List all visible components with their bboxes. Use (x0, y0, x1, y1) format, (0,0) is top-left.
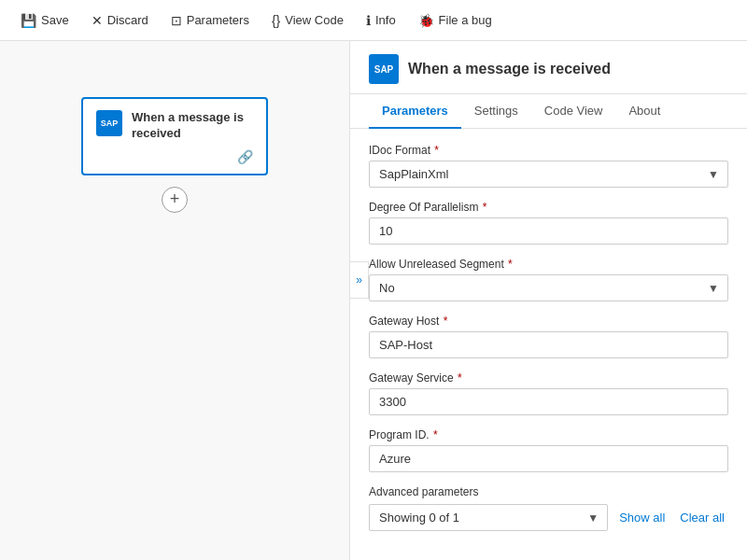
collapse-panel-button[interactable]: » (350, 261, 369, 299)
canvas: SAP When a message is received 🔗 + (0, 41, 350, 560)
tab-code-view[interactable]: Code View (531, 94, 616, 129)
save-icon: 💾 (21, 13, 36, 28)
program-id-input[interactable] (369, 445, 728, 472)
discard-button[interactable]: ✕ Discard (82, 8, 158, 33)
advanced-select-wrapper: Showing 0 of 1 ▼ (369, 504, 608, 531)
trigger-card-header: SAP When a message is received (96, 110, 253, 142)
degree-parallelism-input[interactable] (369, 217, 728, 245)
parameters-button[interactable]: ⊡ Parameters (162, 8, 259, 33)
view-code-button[interactable]: {} View Code (262, 8, 353, 33)
info-button[interactable]: ℹ Info (357, 8, 405, 33)
gateway-service-group: Gateway Service * (369, 371, 728, 415)
main-layout: SAP When a message is received 🔗 + » SAP… (0, 41, 747, 560)
gateway-service-input[interactable] (369, 388, 728, 415)
detail-panel: SAP When a message is received Parameter… (350, 41, 747, 560)
idoc-format-label: IDoc Format * (369, 144, 728, 157)
gateway-host-input[interactable] (369, 331, 728, 358)
allow-unreleased-group: Allow Unreleased Segment * No Yes ▼ (369, 258, 728, 301)
gateway-host-label: Gateway Host * (369, 315, 728, 328)
trigger-card-footer: 🔗 (96, 149, 253, 164)
advanced-parameters-label: Advanced parameters (369, 485, 728, 498)
save-label: Save (41, 13, 69, 27)
panel-tabs: Parameters Settings Code View About (350, 94, 747, 129)
show-all-button[interactable]: Show all (615, 511, 669, 525)
program-id-group: Program ID. * (369, 428, 728, 472)
parameters-icon: ⊡ (171, 13, 182, 28)
discard-label: Discard (107, 13, 148, 27)
tab-parameters[interactable]: Parameters (369, 94, 461, 129)
allow-unreleased-select[interactable]: No Yes (369, 274, 728, 301)
parameters-label: Parameters (187, 13, 249, 27)
info-icon: ℹ (366, 13, 371, 28)
link-icon: 🔗 (237, 149, 253, 164)
panel-title: When a message is received (408, 61, 611, 77)
advanced-parameters-row: Showing 0 of 1 ▼ Show all Clear all (369, 504, 728, 531)
discard-icon: ✕ (92, 13, 103, 28)
panel-sap-logo: SAP (369, 54, 399, 84)
file-bug-label: File a bug (439, 13, 492, 27)
idoc-format-select-wrapper: SapPlainXml SapXml Native ▼ (369, 161, 728, 188)
panel-content: IDoc Format * SapPlainXml SapXml Native … (350, 129, 747, 560)
degree-parallelism-label: Degree Of Parallelism * (369, 201, 728, 214)
sap-logo: SAP (96, 110, 122, 136)
code-icon: {} (272, 13, 280, 28)
trigger-card-title: When a message is received (132, 110, 253, 142)
advanced-parameters-select[interactable]: Showing 0 of 1 (369, 504, 608, 531)
idoc-format-select[interactable]: SapPlainXml SapXml Native (369, 161, 728, 188)
allow-unreleased-label: Allow Unreleased Segment * (369, 258, 728, 271)
gateway-service-label: Gateway Service * (369, 371, 728, 385)
bug-icon: 🐞 (418, 13, 434, 28)
save-button[interactable]: 💾 Save (11, 8, 78, 33)
program-id-label: Program ID. * (369, 428, 728, 441)
file-bug-button[interactable]: 🐞 File a bug (409, 8, 501, 33)
toolbar: 💾 Save ✕ Discard ⊡ Parameters {} View Co… (0, 0, 747, 41)
gateway-host-group: Gateway Host * (369, 315, 728, 358)
panel-header: SAP When a message is received (350, 41, 747, 94)
clear-all-button[interactable]: Clear all (676, 511, 728, 525)
trigger-card[interactable]: SAP When a message is received 🔗 (81, 97, 268, 175)
tab-about[interactable]: About (615, 94, 673, 129)
degree-parallelism-group: Degree Of Parallelism * (369, 201, 728, 245)
info-label: Info (375, 13, 396, 27)
advanced-parameters-section: Advanced parameters Showing 0 of 1 ▼ Sho… (369, 485, 728, 531)
tab-settings[interactable]: Settings (461, 94, 531, 129)
allow-unreleased-select-wrapper: No Yes ▼ (369, 274, 728, 301)
idoc-format-group: IDoc Format * SapPlainXml SapXml Native … (369, 144, 728, 188)
view-code-label: View Code (285, 13, 344, 27)
add-step-button[interactable]: + (162, 187, 188, 213)
